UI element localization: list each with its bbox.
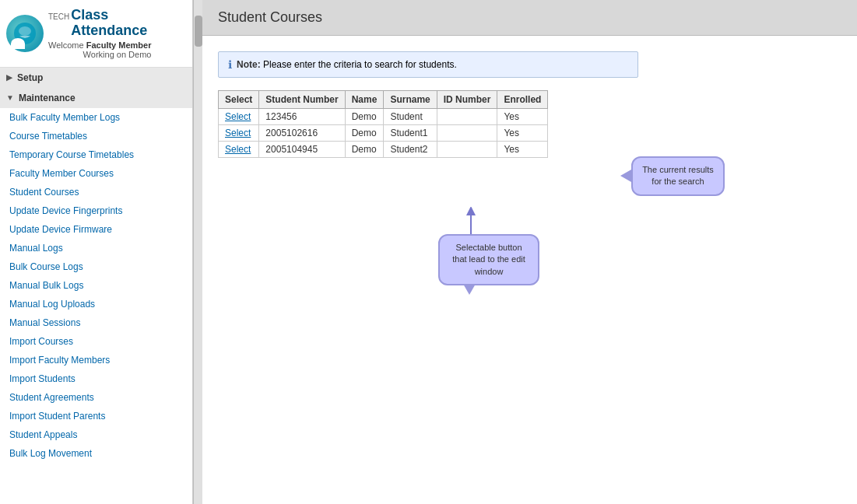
table-row: Select 123456 Demo Student Yes [219, 109, 548, 125]
id-number-cell [437, 125, 497, 142]
setup-section-header[interactable]: ▶ Setup [0, 68, 192, 88]
app-title-block: TECH ClassAttendance Welcome Faculty Mem… [48, 8, 151, 59]
id-number-cell [437, 142, 497, 158]
col-surname: Surname [384, 91, 437, 109]
note-text: Note: Please enter the criteria to searc… [237, 59, 457, 70]
id-number-cell [437, 109, 497, 125]
col-student-number: Student Number [259, 91, 345, 109]
student-number-cell: 2005104945 [259, 142, 345, 158]
nav-item-manual-sessions[interactable]: Manual Sessions [0, 313, 192, 332]
nav-item-temp-course-timetables[interactable]: Temporary Course Timetables [0, 145, 192, 164]
sidebar: TECH ClassAttendance Welcome Faculty Mem… [0, 0, 193, 504]
select-link-0[interactable]: Select [225, 111, 251, 122]
welcome-user: Faculty Member [86, 40, 152, 50]
table-row: Select 2005104945 Demo Student2 Yes [219, 142, 548, 158]
nav-item-manual-log-uploads[interactable]: Manual Log Uploads [0, 295, 192, 313]
nav-item-bulk-course-logs[interactable]: Bulk Course Logs [0, 257, 192, 276]
maintenance-arrow-icon: ▼ [6, 93, 14, 102]
nav-item-faculty-member-courses[interactable]: Faculty Member Courses [0, 164, 192, 183]
working-on: Working on Demo [83, 50, 152, 59]
students-table: Select Student Number Name Surname ID Nu… [218, 90, 548, 158]
enrolled-cell: Yes [497, 109, 548, 125]
main-content: Student Courses ℹ Note: Please enter the… [202, 0, 857, 504]
nav-item-bulk-log-movement[interactable]: Bulk Log Movement [0, 444, 192, 463]
setup-arrow-icon: ▶ [6, 73, 12, 82]
surname-cell: Student2 [384, 142, 437, 158]
col-enrolled: Enrolled [497, 91, 548, 109]
table-row: Select 2005102616 Demo Student1 Yes [219, 125, 548, 142]
nav-item-import-courses[interactable]: Import Courses [0, 332, 192, 351]
note-box: ℹ Note: Please enter the criteria to sea… [218, 51, 638, 78]
name-cell: Demo [345, 109, 384, 125]
page-header: Student Courses [202, 0, 857, 36]
nav-item-import-student-parents[interactable]: Import Student Parents [0, 407, 192, 425]
welcome-text: Welcome Faculty Member Working on Demo [48, 40, 151, 59]
col-select: Select [219, 91, 259, 109]
callout1-arrow-svg [459, 207, 483, 238]
nav-item-course-timetables[interactable]: Course Timetables [0, 127, 192, 145]
surname-cell: Student1 [384, 125, 437, 142]
col-name: Name [345, 91, 384, 109]
nav-item-student-courses[interactable]: Student Courses [0, 183, 192, 201]
sidebar-scrollbar[interactable] [193, 0, 202, 504]
nav-item-student-appeals[interactable]: Student Appeals [0, 425, 192, 444]
enrolled-cell: Yes [497, 125, 548, 142]
note-rest: Please enter the criteria to search for … [263, 59, 457, 70]
maintenance-section-header[interactable]: ▼ Maintenance [0, 88, 192, 108]
select-link-2[interactable]: Select [225, 144, 251, 155]
table-body: Select 123456 Demo Student Yes Select 20… [219, 109, 548, 158]
student-number-cell: 123456 [259, 109, 345, 125]
callout-select-text: Selectable button that lead to the edit … [452, 243, 525, 276]
name-cell: Demo [345, 142, 384, 158]
info-icon: ℹ [228, 58, 232, 71]
name-cell: Demo [345, 125, 384, 142]
nav-item-manual-logs[interactable]: Manual Logs [0, 239, 192, 257]
svg-point-1 [19, 26, 31, 36]
col-id-number: ID Number [437, 91, 497, 109]
setup-label: Setup [17, 72, 43, 83]
nav-item-student-agreements[interactable]: Student Agreements [0, 388, 192, 407]
callout-results-text: The current results for the search [642, 165, 714, 186]
note-label: Note: [237, 59, 261, 70]
surname-cell: Student [384, 109, 437, 125]
nav-item-bulk-faculty-logs[interactable]: Bulk Faculty Member Logs [0, 108, 192, 127]
nav-item-manual-bulk-logs[interactable]: Manual Bulk Logs [0, 276, 192, 295]
app-logo [6, 15, 44, 52]
student-number-cell: 2005102616 [259, 125, 345, 142]
nav-item-update-device-firmware[interactable]: Update Device Firmware [0, 220, 192, 239]
page-title: Student Courses [218, 9, 841, 26]
select-link-1[interactable]: Select [225, 128, 251, 138]
app-name: ClassAttendance [71, 8, 147, 39]
tech-label: TECH [48, 12, 69, 21]
callout-results: The current results for the search [631, 156, 725, 196]
maintenance-label: Maintenance [19, 93, 76, 103]
nav-item-update-device-fingerprints[interactable]: Update Device Fingerprints [0, 201, 192, 220]
nav-item-import-students[interactable]: Import Students [0, 369, 192, 388]
scrollbar-thumb[interactable] [195, 16, 202, 47]
callout-select-button: Selectable button that lead to the edit … [438, 234, 539, 285]
table-header-row: Select Student Number Name Surname ID Nu… [219, 91, 548, 109]
page-content-area: ℹ Note: Please enter the criteria to sea… [202, 36, 857, 504]
enrolled-cell: Yes [497, 142, 548, 158]
nav-item-import-faculty-members[interactable]: Import Faculty Members [0, 351, 192, 369]
sidebar-header: TECH ClassAttendance Welcome Faculty Mem… [0, 0, 192, 68]
